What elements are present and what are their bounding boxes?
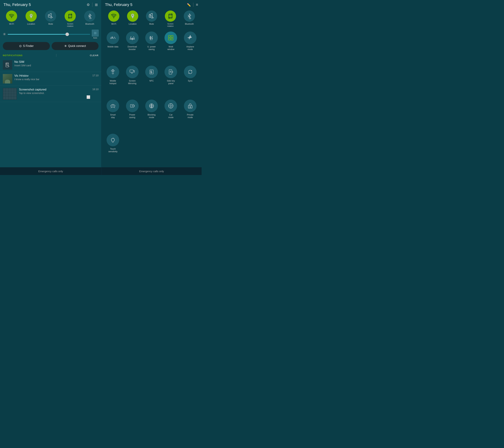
auto-label: Auto (93, 37, 97, 39)
toggle-wifi-right[interactable]: Wi-Fi (108, 11, 119, 27)
right-date: Thu, February 5 (105, 2, 132, 7)
screenshot-thumb (3, 88, 17, 100)
grid-power-saving[interactable]: Powersaving (123, 98, 142, 132)
wifi-icon-left (9, 13, 14, 19)
power-saving-icon (129, 103, 135, 109)
grid-sync[interactable]: Sync (180, 64, 200, 98)
smart-stay-icon (110, 103, 116, 109)
multi-window-circle (164, 32, 177, 44)
auto-box[interactable] (92, 30, 99, 36)
mobile-data-icon (110, 35, 116, 41)
power-saving-circle (126, 100, 139, 112)
toggle-location-left[interactable]: Location (26, 11, 37, 27)
mobile-hotspot-icon (110, 69, 116, 75)
brightness-icon: ✳ (3, 32, 6, 36)
grid-car-mode[interactable]: Carmode (161, 98, 180, 132)
left-date: Thu, February 5 (3, 2, 31, 7)
grid-touch-sensitivity[interactable]: Touchsensitivity (103, 132, 123, 166)
header-divider (92, 3, 92, 7)
list-icon[interactable] (196, 2, 198, 7)
no-sim-title: No SIM (14, 60, 99, 64)
smart-stay-circle (107, 100, 119, 112)
toggle-mute-left[interactable]: Mute (45, 11, 56, 27)
mute-right-label: Mute (149, 23, 154, 25)
grid-nfc[interactable]: NFC (142, 64, 161, 98)
svg-rect-17 (130, 70, 133, 72)
s-finder-button[interactable]: ⊙ S Finder (3, 42, 50, 50)
svg-rect-1 (94, 32, 96, 34)
grid-mobile-hotspot[interactable]: Mobilehotspot (103, 64, 123, 98)
bluetooth-right-icon (186, 13, 192, 19)
edit-icon[interactable] (187, 3, 191, 7)
grid-side-key-panel[interactable]: Side keypanel (161, 64, 180, 98)
touch-sensitivity-label: Touchsensitivity (108, 148, 117, 153)
toggle-bluetooth-left[interactable]: Bluetooth (84, 11, 95, 27)
sync-label: Sync (188, 80, 193, 82)
nfc-icon (148, 69, 155, 75)
grid-screen-mirroring[interactable]: ScreenMirroring (123, 64, 142, 98)
blocking-mode-icon (148, 103, 155, 109)
grid-download-booster[interactable]: Downloadbooster (123, 30, 142, 64)
blocking-mode-circle (145, 100, 158, 112)
quick-connect-button[interactable]: ✳ Quick connect (52, 42, 99, 50)
vic-time: 17:10 (92, 74, 99, 77)
grid-smart-stay[interactable]: Smartstay (103, 98, 123, 132)
grid-mobile-data[interactable]: Mobile data (103, 30, 123, 64)
grid-icon[interactable] (95, 3, 98, 7)
left-panel: Thu, February 5 Wi-Fi (0, 0, 102, 167)
right-panel: Thu, February 5 Wi-Fi (102, 0, 202, 167)
location-right-icon (130, 13, 136, 19)
svg-rect-15 (171, 38, 173, 40)
brightness-track (8, 34, 67, 35)
grid-blocking-mode[interactable]: Blockingmode (142, 98, 161, 132)
notification-list: No SIM Insert SIM card Vic Hristov I kno… (0, 58, 101, 167)
right-top-toggles: Wi-Fi Location (102, 9, 202, 28)
u-power-saving-label: U. powersaving (147, 46, 156, 51)
bluetooth-left-circle (84, 11, 95, 22)
location-left-label: Location (27, 23, 35, 25)
notification-screenshot[interactable]: Screenshot captured Tap to view screensh… (0, 86, 101, 102)
quick-connect-icon: ✳ (64, 44, 67, 48)
left-header-icons (87, 3, 98, 7)
svg-rect-13 (171, 36, 173, 37)
mute-right-circle (146, 11, 157, 22)
clear-button[interactable]: CLEAR (90, 54, 99, 57)
location-left-circle (26, 11, 37, 22)
toggle-rotation-right[interactable]: Screenrotation (165, 11, 176, 27)
mute-left-label: Mute (48, 23, 53, 25)
notification-vic[interactable]: Vic Hristov I know a really nice bar 17:… (0, 72, 101, 86)
auto-icon (94, 32, 97, 35)
svg-rect-12 (168, 36, 170, 37)
toggle-bluetooth-right[interactable]: Bluetooth (184, 11, 195, 27)
grid-airplane-mode[interactable]: Airplanemode (180, 30, 200, 64)
grid-multi-window[interactable]: Multiwindow (161, 30, 180, 64)
grid-u-power-saving[interactable]: U. powersaving (142, 30, 161, 64)
action-buttons: ⊙ S Finder ✳ Quick connect (0, 40, 101, 52)
settings-icon[interactable] (87, 3, 90, 7)
wifi-right-circle (108, 11, 119, 22)
smart-stay-label: Smartstay (110, 114, 116, 119)
notif-header-divider (56, 54, 56, 57)
footer-left: Emergency calls only (0, 167, 102, 175)
footer-right: Emergency calls only (102, 167, 202, 175)
screen-mirroring-circle (126, 66, 139, 78)
no-sim-body: Insert SIM card (14, 64, 99, 67)
notification-no-sim[interactable]: No SIM Insert SIM card (0, 58, 101, 72)
mobile-hotspot-label: Mobilehotspot (109, 80, 116, 85)
location-icon-left (28, 13, 34, 19)
screenshot-title: Screenshot captured (19, 88, 90, 91)
toggle-wifi-left[interactable]: Wi-Fi (6, 11, 17, 27)
mute-right-icon (149, 13, 155, 19)
side-key-panel-icon (168, 69, 174, 75)
brightness-slider[interactable] (8, 34, 90, 35)
touch-sensitivity-icon (110, 137, 116, 143)
toggle-mute-right[interactable]: Mute (146, 11, 157, 27)
toggle-rotation-left[interactable]: Screenrotation (65, 11, 76, 27)
multi-window-label: Multiwindow (167, 46, 174, 51)
touch-sensitivity-circle (107, 134, 119, 146)
grid-private-mode[interactable]: Privatemode (180, 98, 200, 132)
side-key-panel-circle (164, 66, 177, 78)
wifi-right-label: Wi-Fi (111, 23, 116, 25)
vic-content: Vic Hristov I know a really nice bar (14, 74, 90, 81)
toggle-location-right[interactable]: Location (127, 11, 138, 27)
